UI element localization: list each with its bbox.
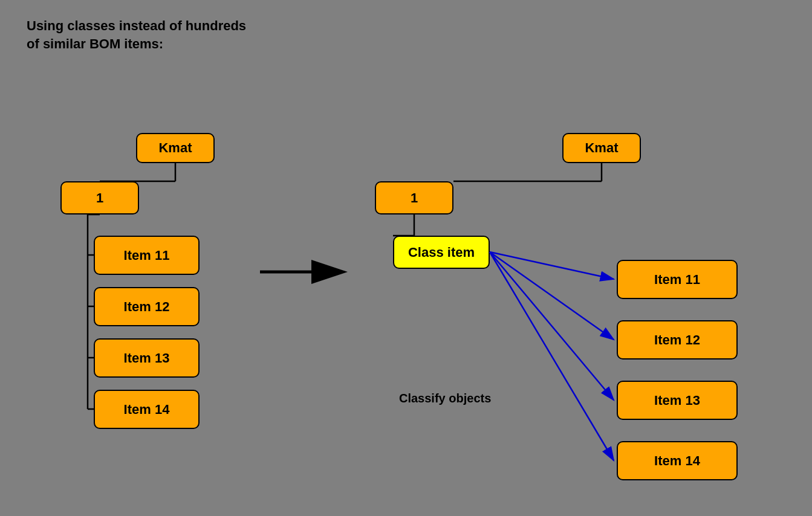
svg-line-14	[490, 252, 614, 400]
right-item14-box: Item 14	[617, 441, 738, 480]
left-item13-box: Item 13	[94, 338, 200, 378]
svg-line-12	[490, 252, 614, 279]
page-title: Using classes instead of hundreds of sim…	[27, 17, 246, 53]
class-item-box: Class item	[393, 236, 490, 269]
left-item12-box: Item 12	[94, 287, 200, 326]
left-kmat-box: Kmat	[136, 133, 215, 163]
svg-line-15	[490, 252, 614, 460]
right-item12-box: Item 12	[617, 320, 738, 360]
left-item11-box: Item 11	[94, 236, 200, 275]
classify-objects-label: Classify objects	[399, 392, 491, 405]
right-node1-box: 1	[375, 181, 453, 214]
right-kmat-box: Kmat	[562, 133, 641, 163]
left-item14-box: Item 14	[94, 390, 200, 429]
svg-line-13	[490, 252, 614, 340]
left-node1-box: 1	[60, 181, 139, 214]
right-item13-box: Item 13	[617, 381, 738, 420]
right-item11-box: Item 11	[617, 260, 738, 299]
